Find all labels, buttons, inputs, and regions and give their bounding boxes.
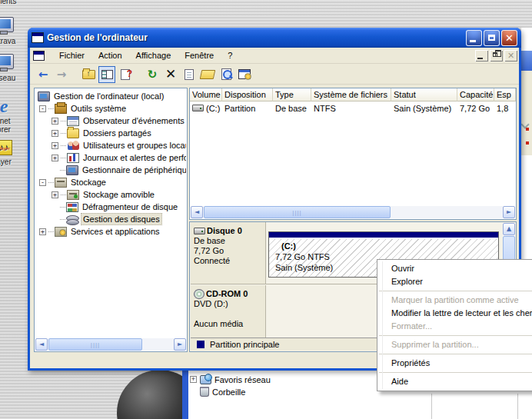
desktop-icon-media-player[interactable]: ♪♪Player ayer [0,140,28,166]
volume-row-c[interactable]: (C:) Partition De base NTFS Sain (Systèm… [190,101,516,115]
column-divider [431,394,432,419]
partition-context-menu: Ouvrir Explorer Marquer la partition com… [377,259,532,391]
scroll-left-icon[interactable]: ◄ [191,206,203,218]
tree-item-stockage-amovible[interactable]: +Stockage amovible [36,188,186,201]
tree-item-defragmenteur[interactable]: Défragmenteur de disque [36,201,186,213]
column-header-espace[interactable]: Esp [494,88,516,101]
menu-item-proprietes[interactable]: Propriétés [377,357,532,370]
disk0-label-cell[interactable]: Disque 0 De base 7,72 Go Connecté [191,222,266,284]
open-button[interactable] [199,66,216,83]
child-restore-button[interactable] [490,50,503,62]
expand-icon[interactable]: + [52,142,58,149]
forward-button[interactable]: → [53,66,70,83]
removable-storage-icon [67,190,79,200]
menu-item-modifier-lettre-lecteur[interactable]: Modifier la lettre de lecteur et les che… [377,307,532,320]
tree-item-dossiers-partages[interactable]: +Dossiers partagés [36,127,186,139]
up-one-level-button[interactable] [80,66,97,83]
toolbar: ← → ↻ ✕ [30,65,519,85]
menu-item-ouvrir[interactable]: Ouvrir [377,262,532,275]
scroll-up-icon[interactable]: ▲ [503,223,515,235]
tree-item-computer-management[interactable]: Gestion de l'ordinateur (local) [36,90,186,102]
tree-item-stockage[interactable]: -Stockage [36,176,186,188]
expand-icon[interactable]: + [52,130,58,137]
back-icon: ← [38,68,48,81]
minimize-icon [477,58,483,59]
tree-item-favoris-reseau[interactable]: Favoris réseau [214,375,271,384]
minimize-button[interactable] [466,30,482,46]
desktop-icon-network[interactable]: réseau [0,54,28,82]
desktop-icon-label: orer [0,125,28,134]
disk0-type: De base [194,236,262,246]
menu-separator [379,354,532,354]
tree-horizontal-scrollbar[interactable]: ◄ |||| ► [35,338,186,351]
tree-item-utilisateurs-groupes[interactable]: +Utilisateurs et groupes locaux [36,139,186,151]
refresh-button[interactable]: ↻ [144,66,161,83]
menu-affichage[interactable]: Affichage [129,48,178,62]
column-divider [517,394,518,419]
expand-icon[interactable]: + [52,191,58,198]
column-header-volume[interactable]: Volume [190,88,222,101]
expand-icon[interactable]: + [52,118,58,125]
disk-management-icon [66,214,78,224]
close-button[interactable]: ✕ [501,30,517,46]
device-manager-icon [66,165,78,175]
expand-icon[interactable]: + [52,155,58,161]
properties-button[interactable] [181,66,198,83]
menu-item-aide[interactable]: Aide [377,375,532,388]
expand-icon[interactable]: + [39,228,46,235]
delete-button[interactable]: ✕ [162,66,179,83]
disk-icon [194,228,205,234]
folder-up-icon [82,70,95,79]
scroll-left-icon[interactable]: ◄ [35,338,48,351]
column-header-capacite[interactable]: Capacité [457,88,494,101]
cdrom-drive: DVD (D:) [194,299,262,309]
show-hide-console-tree-button[interactable] [98,66,115,83]
menu-fichier[interactable]: Fichier [52,48,91,62]
help-button[interactable] [117,66,134,83]
maximize-button[interactable] [484,30,500,46]
menu-aide[interactable]: ? [221,48,239,62]
scrollbar-thumb[interactable]: |||| [204,206,391,218]
desktop-icon-my-computer[interactable]: e trava [0,17,28,45]
cdrom-label-cell[interactable]: CD-ROM 0 DVD (D:) Aucun média [191,285,266,339]
back-button[interactable]: ← [35,66,52,83]
column-header-type[interactable]: Type [273,88,311,101]
title-bar[interactable]: Gestion de l'ordinateur ✕ [28,28,521,48]
scroll-right-icon[interactable]: ► [174,338,186,351]
console-window-button[interactable] [236,66,253,83]
computer-icon [0,17,14,32]
tree-item-gestion-des-disques[interactable]: Gestion des disques [36,213,186,225]
menu-separator [379,291,532,291]
tree-item-outils-systeme[interactable]: -Outils système [36,102,186,115]
column-header-disposition[interactable]: Disposition [222,88,273,101]
tree-item-services-applications[interactable]: +Services et applications [36,225,186,238]
red-icon-fragment [526,128,529,131]
menu-separator [379,335,532,336]
scrollbar-thumb[interactable]: |||| [48,338,142,351]
desktop-icon-my-documents[interactable]: uments [0,0,28,5]
collapse-icon[interactable]: - [39,105,46,112]
expander-icon[interactable]: + [190,376,197,383]
child-minimize-button[interactable] [475,50,488,62]
tree-item-observateur-evenements[interactable]: +Observateur d'événements [36,115,186,127]
system-tools-icon [55,104,67,114]
cd-icon [194,289,204,299]
column-header-systeme-fichiers[interactable]: Système de fichiers [311,88,391,101]
menu-bar: Fichier Action Affichage Fenêtre ? ✕ [30,48,519,64]
close-icon: ✕ [504,50,517,62]
menu-item-explorer[interactable]: Explorer [377,275,532,288]
volume-list-horizontal-scrollbar[interactable]: ◄ |||| ► [191,206,515,218]
tree-item-journaux-alertes[interactable]: +Journaux et alertes de perfo [36,151,186,164]
collapse-icon[interactable]: - [39,179,46,186]
tree-item-gestionnaire-peripheriques[interactable]: Gestionnaire de périphérique [36,164,186,176]
desktop-icon-internet-explorer[interactable]: e rnet orer [0,97,28,134]
scroll-right-icon[interactable]: ► [503,206,515,218]
child-close-button[interactable]: ✕ [504,50,517,62]
desktop: uments e trava réseau e rnet orer ♪♪Play… [0,0,532,419]
menu-fenetre[interactable]: Fenêtre [178,48,221,62]
tree-item-corbeille[interactable]: Corbeille [212,387,245,397]
view-button[interactable] [218,66,234,83]
menu-action[interactable]: Action [91,48,129,62]
internet-explorer-icon: e [0,97,14,115]
column-header-statut[interactable]: Statut [391,88,457,101]
